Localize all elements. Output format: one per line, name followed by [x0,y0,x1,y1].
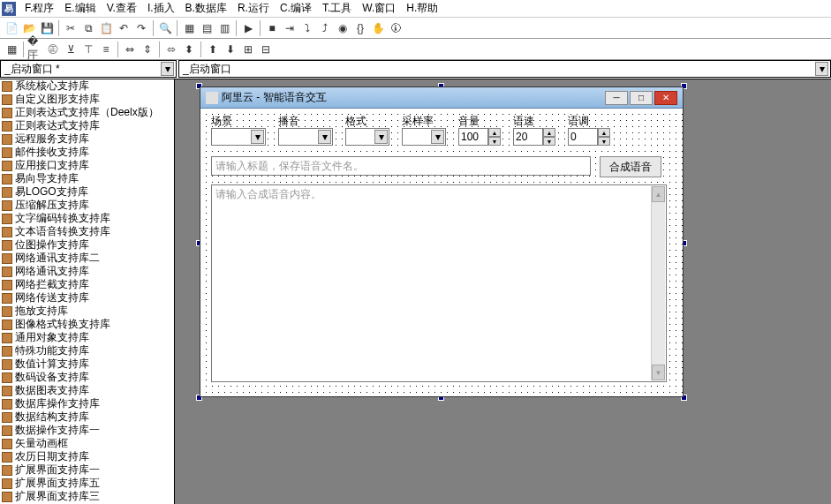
menu-edit[interactable]: E.编辑 [59,0,101,18]
menu-help[interactable]: H.帮助 [401,0,443,18]
spin-down-icon[interactable]: ▼ [598,137,610,146]
same-height-icon[interactable]: ⬍ [181,41,197,57]
stepover-icon[interactable]: ⤵ [299,20,315,36]
menu-view[interactable]: V.查看 [102,0,142,18]
align-mid-icon[interactable]: ≡ [98,41,114,57]
tree-item[interactable]: 矢量动画框 [0,437,174,450]
scrollbar[interactable] [651,186,665,380]
tree-item[interactable]: 易LOGO支持库 [0,185,174,199]
align-center-icon[interactable]: ㊣ [45,41,61,57]
tree-item[interactable]: 远程服务支持库 [0,132,174,146]
volume-value[interactable]: 100 [458,128,488,146]
tree-item[interactable]: 通用对象支持库 [0,331,174,344]
combo-voice[interactable]: ▾ [278,128,333,146]
chevron-down-icon[interactable]: ▾ [374,130,388,144]
tree-item[interactable]: 文本语音转换支持库 [0,225,174,238]
ungroup-icon[interactable]: ⊟ [258,41,274,57]
minimize-button[interactable]: ─ [605,91,628,105]
align-right-icon[interactable]: ⊻ [63,41,79,57]
tree-item[interactable]: 扩展界面支持库五 [0,477,174,490]
tree-item[interactable]: 网络拦截支持库 [0,278,174,291]
new-icon[interactable]: 📄 [4,20,19,36]
tree-item[interactable]: 位图操作支持库 [0,238,174,252]
spin-up-icon[interactable]: ▲ [543,128,555,137]
spin-down-icon[interactable]: ▼ [543,137,555,146]
menu-window[interactable]: W.窗口 [357,0,401,18]
grid-icon[interactable]: ▦ [4,41,19,57]
tree-item[interactable]: 数据结构支持库 [0,410,174,424]
form-window[interactable]: 阿里云 - 智能语音交互 ─ □ ✕ 场景▾ 播音▾ 格式▾ 采样率▾ 音量10… [200,87,684,397]
synthesize-button[interactable]: 合成语音 [600,156,661,177]
chevron-down-icon[interactable]: ▾ [431,130,444,144]
tree-item[interactable]: 扩展界面支持库三 [0,490,174,503]
group-icon[interactable]: ⊞ [240,41,256,57]
save-icon[interactable]: 💾 [39,20,55,36]
tree-item[interactable]: 图像格式转换支持库 [0,318,174,331]
combo-format[interactable]: ▾ [345,128,389,146]
open-icon[interactable]: 📂 [21,20,37,36]
redo-icon[interactable]: ↷ [133,20,149,36]
tree-item[interactable]: 网络传送支持库 [0,291,174,305]
speed-value[interactable]: 20 [513,128,543,146]
help-icon[interactable]: 🛈 [388,20,404,36]
stepout-icon[interactable]: ⤴ [317,20,333,36]
tree-item[interactable]: 文字编码转换支持库 [0,212,174,225]
pitch-value[interactable]: 0 [568,128,598,146]
same-width-icon[interactable]: ⬄ [163,41,179,57]
find-icon[interactable]: 🔍 [157,20,173,36]
run-icon[interactable]: ▶ [240,20,256,36]
dist-h-icon[interactable]: ⇔ [122,41,138,57]
tree-item[interactable]: 农历日期支持库 [0,450,174,463]
layout3-icon[interactable]: ▥ [216,20,232,36]
combo-scene[interactable]: ▾ [211,128,266,146]
menu-insert[interactable]: I.插入 [142,0,180,18]
undo-icon[interactable]: ↶ [116,20,132,36]
tree-item[interactable]: 网络通讯支持库 [0,265,174,278]
cut-icon[interactable]: ✂ [63,20,79,36]
tree-item[interactable]: 拖放支持库 [0,305,174,318]
menu-database[interactable]: B.数据库 [180,0,232,18]
spin-up-icon[interactable]: ▲ [598,128,610,137]
tree-item[interactable]: 应用接口支持库 [0,159,174,172]
layout1-icon[interactable]: ▦ [181,20,197,36]
tree-item[interactable]: 易向导支持库 [0,172,174,185]
combo-rate[interactable]: ▾ [402,128,446,146]
form-body[interactable]: 场景▾ 播音▾ 格式▾ 采样率▾ 音量100▲▼ 语速20▲▼ 语调0▲▼ 请输… [200,109,683,396]
bring-front-icon[interactable]: ⬆ [205,41,221,57]
tree-item[interactable]: 网络通讯支持库二 [0,252,174,265]
dist-v-icon[interactable]: ⇕ [140,41,155,57]
window-selector[interactable]: _启动窗口 ▾ [178,60,831,78]
send-back-icon[interactable]: ⬇ [223,41,238,57]
maximize-button[interactable]: □ [630,91,653,105]
menu-tools[interactable]: T.工具 [317,0,357,18]
step-icon[interactable]: ⇥ [282,20,298,36]
chevron-down-icon[interactable]: ▾ [161,62,174,76]
copy-icon[interactable]: ⧉ [80,20,96,36]
menu-run[interactable]: R.运行 [232,0,275,18]
design-canvas[interactable]: 阿里云 - 智能语音交互 ─ □ ✕ 场景▾ 播音▾ 格式▾ 采样率▾ 音量10… [175,79,831,504]
library-tree[interactable]: 系统核心支持库自定义图形支持库正则表达式支持库（Deelx版）正则表达式支持库远… [0,79,175,504]
stop-icon[interactable]: ■ [264,20,280,36]
spin-up-icon[interactable]: ▲ [488,128,501,137]
menu-program[interactable]: F.程序 [19,0,59,18]
align-top-icon[interactable]: ⊤ [80,41,96,57]
tree-item[interactable]: 特殊功能支持库 [0,344,174,357]
spin-down-icon[interactable]: ▼ [488,137,501,146]
chevron-down-icon[interactable]: ▾ [815,62,828,76]
tree-item[interactable]: 压缩解压支持库 [0,199,174,212]
tree-item[interactable]: 数据图表支持库 [0,384,174,397]
tree-item[interactable]: 正则表达式支持库 [0,119,174,132]
layout2-icon[interactable]: ▤ [199,20,215,36]
tree-item[interactable]: 数码设备支持库 [0,371,174,384]
tree-item[interactable]: 扩展界面支持库一 [0,463,174,477]
tree-item[interactable]: 自定义图形支持库 [0,93,174,106]
spinner-speed[interactable]: 20▲▼ [513,128,555,146]
tree-item[interactable]: 正则表达式支持库（Deelx版） [0,106,174,119]
content-textarea[interactable]: 请输入合成语音内容。 [211,184,667,382]
spinner-pitch[interactable]: 0▲▼ [568,128,610,146]
chevron-down-icon[interactable]: ▾ [318,130,331,144]
breakpoint-icon[interactable]: ◉ [335,20,351,36]
chevron-down-icon[interactable]: ▾ [251,130,264,144]
close-button[interactable]: ✕ [654,91,677,105]
module-selector[interactable]: _启动窗口 * ▾ [0,60,177,78]
